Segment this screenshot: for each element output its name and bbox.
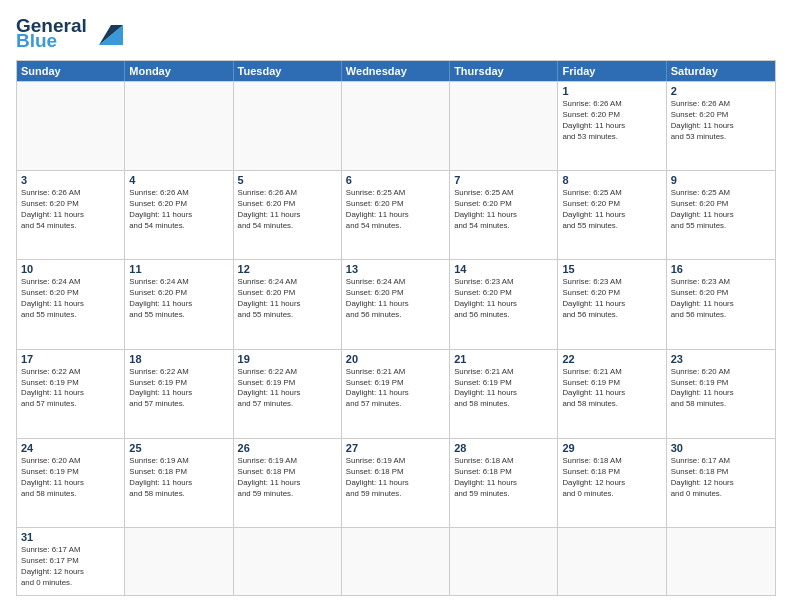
cell-info: Sunrise: 6:21 AM Sunset: 6:19 PM Dayligh…	[454, 367, 553, 411]
cal-cell-r3-c5: 22Sunrise: 6:21 AM Sunset: 6:19 PM Dayli…	[558, 350, 666, 438]
day-number: 5	[238, 174, 337, 186]
cell-info: Sunrise: 6:18 AM Sunset: 6:18 PM Dayligh…	[454, 456, 553, 500]
day-number: 18	[129, 353, 228, 365]
cell-info: Sunrise: 6:19 AM Sunset: 6:18 PM Dayligh…	[238, 456, 337, 500]
cal-cell-r2-c2: 12Sunrise: 6:24 AM Sunset: 6:20 PM Dayli…	[234, 260, 342, 348]
cal-cell-r4-c3: 27Sunrise: 6:19 AM Sunset: 6:18 PM Dayli…	[342, 439, 450, 527]
cell-info: Sunrise: 6:26 AM Sunset: 6:20 PM Dayligh…	[562, 99, 661, 143]
cal-cell-r0-c2	[234, 82, 342, 170]
cal-cell-r3-c6: 23Sunrise: 6:20 AM Sunset: 6:19 PM Dayli…	[667, 350, 775, 438]
cal-cell-r5-c5	[558, 528, 666, 595]
cell-info: Sunrise: 6:22 AM Sunset: 6:19 PM Dayligh…	[238, 367, 337, 411]
day-number: 22	[562, 353, 661, 365]
day-number: 30	[671, 442, 771, 454]
cell-info: Sunrise: 6:24 AM Sunset: 6:20 PM Dayligh…	[21, 277, 120, 321]
day-number: 24	[21, 442, 120, 454]
calendar-header: Sunday Monday Tuesday Wednesday Thursday…	[17, 61, 775, 81]
cal-cell-r4-c2: 26Sunrise: 6:19 AM Sunset: 6:18 PM Dayli…	[234, 439, 342, 527]
cal-cell-r4-c0: 24Sunrise: 6:20 AM Sunset: 6:19 PM Dayli…	[17, 439, 125, 527]
cell-info: Sunrise: 6:26 AM Sunset: 6:20 PM Dayligh…	[21, 188, 120, 232]
cal-cell-r4-c4: 28Sunrise: 6:18 AM Sunset: 6:18 PM Dayli…	[450, 439, 558, 527]
cell-info: Sunrise: 6:17 AM Sunset: 6:18 PM Dayligh…	[671, 456, 771, 500]
cal-cell-r1-c4: 7Sunrise: 6:25 AM Sunset: 6:20 PM Daylig…	[450, 171, 558, 259]
cal-cell-r2-c1: 11Sunrise: 6:24 AM Sunset: 6:20 PM Dayli…	[125, 260, 233, 348]
cell-info: Sunrise: 6:23 AM Sunset: 6:20 PM Dayligh…	[562, 277, 661, 321]
calendar-row-3: 17Sunrise: 6:22 AM Sunset: 6:19 PM Dayli…	[17, 349, 775, 438]
day-number: 2	[671, 85, 771, 97]
calendar-row-1: 3Sunrise: 6:26 AM Sunset: 6:20 PM Daylig…	[17, 170, 775, 259]
cell-info: Sunrise: 6:26 AM Sunset: 6:20 PM Dayligh…	[129, 188, 228, 232]
day-number: 29	[562, 442, 661, 454]
cal-cell-r2-c4: 14Sunrise: 6:23 AM Sunset: 6:20 PM Dayli…	[450, 260, 558, 348]
header-wednesday: Wednesday	[342, 61, 450, 81]
day-number: 28	[454, 442, 553, 454]
cell-info: Sunrise: 6:19 AM Sunset: 6:18 PM Dayligh…	[346, 456, 445, 500]
calendar-body: 1Sunrise: 6:26 AM Sunset: 6:20 PM Daylig…	[17, 81, 775, 595]
cell-info: Sunrise: 6:23 AM Sunset: 6:20 PM Dayligh…	[671, 277, 771, 321]
cal-cell-r0-c6: 2Sunrise: 6:26 AM Sunset: 6:20 PM Daylig…	[667, 82, 775, 170]
cell-info: Sunrise: 6:20 AM Sunset: 6:19 PM Dayligh…	[21, 456, 120, 500]
day-number: 25	[129, 442, 228, 454]
cell-info: Sunrise: 6:25 AM Sunset: 6:20 PM Dayligh…	[346, 188, 445, 232]
cal-cell-r5-c2	[234, 528, 342, 595]
cell-info: Sunrise: 6:21 AM Sunset: 6:19 PM Dayligh…	[562, 367, 661, 411]
cal-cell-r5-c3	[342, 528, 450, 595]
header-thursday: Thursday	[450, 61, 558, 81]
header-tuesday: Tuesday	[234, 61, 342, 81]
header-sunday: Sunday	[17, 61, 125, 81]
cell-info: Sunrise: 6:26 AM Sunset: 6:20 PM Dayligh…	[671, 99, 771, 143]
cell-info: Sunrise: 6:25 AM Sunset: 6:20 PM Dayligh…	[671, 188, 771, 232]
logo-icon	[91, 17, 123, 49]
day-number: 19	[238, 353, 337, 365]
day-number: 8	[562, 174, 661, 186]
cal-cell-r5-c1	[125, 528, 233, 595]
day-number: 4	[129, 174, 228, 186]
cell-info: Sunrise: 6:21 AM Sunset: 6:19 PM Dayligh…	[346, 367, 445, 411]
cell-info: Sunrise: 6:18 AM Sunset: 6:18 PM Dayligh…	[562, 456, 661, 500]
day-number: 17	[21, 353, 120, 365]
cal-cell-r3-c4: 21Sunrise: 6:21 AM Sunset: 6:19 PM Dayli…	[450, 350, 558, 438]
cal-cell-r5-c4	[450, 528, 558, 595]
cal-cell-r5-c6	[667, 528, 775, 595]
day-number: 31	[21, 531, 120, 543]
cal-cell-r3-c0: 17Sunrise: 6:22 AM Sunset: 6:19 PM Dayli…	[17, 350, 125, 438]
day-number: 6	[346, 174, 445, 186]
logo-blue: Blue	[16, 31, 87, 50]
calendar-row-0: 1Sunrise: 6:26 AM Sunset: 6:20 PM Daylig…	[17, 81, 775, 170]
cell-info: Sunrise: 6:24 AM Sunset: 6:20 PM Dayligh…	[238, 277, 337, 321]
cal-cell-r5-c0: 31Sunrise: 6:17 AM Sunset: 6:17 PM Dayli…	[17, 528, 125, 595]
calendar-row-4: 24Sunrise: 6:20 AM Sunset: 6:19 PM Dayli…	[17, 438, 775, 527]
day-number: 10	[21, 263, 120, 275]
header-friday: Friday	[558, 61, 666, 81]
day-number: 7	[454, 174, 553, 186]
cal-cell-r0-c5: 1Sunrise: 6:26 AM Sunset: 6:20 PM Daylig…	[558, 82, 666, 170]
cell-info: Sunrise: 6:23 AM Sunset: 6:20 PM Dayligh…	[454, 277, 553, 321]
cal-cell-r1-c6: 9Sunrise: 6:25 AM Sunset: 6:20 PM Daylig…	[667, 171, 775, 259]
cal-cell-r0-c3	[342, 82, 450, 170]
day-number: 1	[562, 85, 661, 97]
cal-cell-r3-c2: 19Sunrise: 6:22 AM Sunset: 6:19 PM Dayli…	[234, 350, 342, 438]
header-saturday: Saturday	[667, 61, 775, 81]
day-number: 3	[21, 174, 120, 186]
day-number: 16	[671, 263, 771, 275]
cal-cell-r1-c1: 4Sunrise: 6:26 AM Sunset: 6:20 PM Daylig…	[125, 171, 233, 259]
cell-info: Sunrise: 6:26 AM Sunset: 6:20 PM Dayligh…	[238, 188, 337, 232]
cal-cell-r3-c3: 20Sunrise: 6:21 AM Sunset: 6:19 PM Dayli…	[342, 350, 450, 438]
cell-info: Sunrise: 6:20 AM Sunset: 6:19 PM Dayligh…	[671, 367, 771, 411]
cal-cell-r1-c2: 5Sunrise: 6:26 AM Sunset: 6:20 PM Daylig…	[234, 171, 342, 259]
cell-info: Sunrise: 6:19 AM Sunset: 6:18 PM Dayligh…	[129, 456, 228, 500]
cal-cell-r0-c4	[450, 82, 558, 170]
cal-cell-r2-c0: 10Sunrise: 6:24 AM Sunset: 6:20 PM Dayli…	[17, 260, 125, 348]
cal-cell-r0-c0	[17, 82, 125, 170]
cell-info: Sunrise: 6:17 AM Sunset: 6:17 PM Dayligh…	[21, 545, 120, 589]
calendar-row-5: 31Sunrise: 6:17 AM Sunset: 6:17 PM Dayli…	[17, 527, 775, 595]
header-monday: Monday	[125, 61, 233, 81]
header: General Blue	[16, 16, 776, 50]
cell-info: Sunrise: 6:22 AM Sunset: 6:19 PM Dayligh…	[21, 367, 120, 411]
day-number: 20	[346, 353, 445, 365]
cal-cell-r1-c0: 3Sunrise: 6:26 AM Sunset: 6:20 PM Daylig…	[17, 171, 125, 259]
cal-cell-r4-c6: 30Sunrise: 6:17 AM Sunset: 6:18 PM Dayli…	[667, 439, 775, 527]
calendar: Sunday Monday Tuesday Wednesday Thursday…	[16, 60, 776, 596]
calendar-row-2: 10Sunrise: 6:24 AM Sunset: 6:20 PM Dayli…	[17, 259, 775, 348]
cal-cell-r4-c1: 25Sunrise: 6:19 AM Sunset: 6:18 PM Dayli…	[125, 439, 233, 527]
